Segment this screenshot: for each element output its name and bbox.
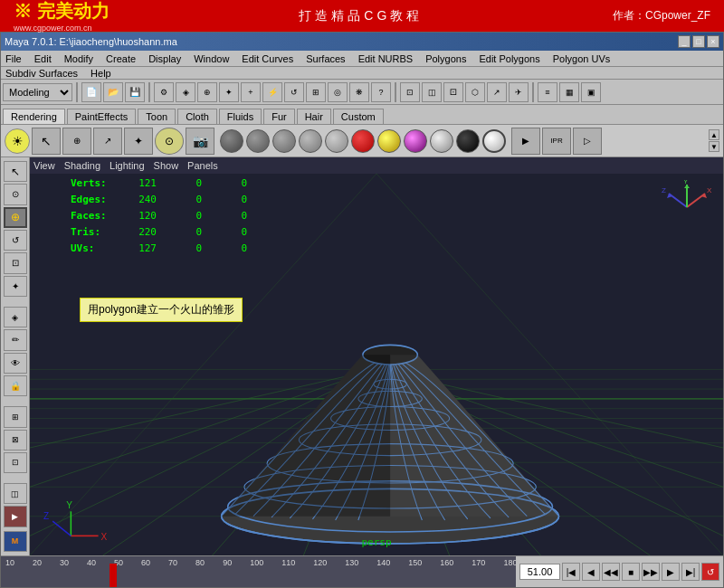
toolbar-btn-8[interactable]: ⊞ — [306, 82, 326, 102]
menu-display[interactable]: Display — [146, 52, 184, 65]
menu-polygons[interactable]: Polygons — [423, 52, 469, 65]
vp-menu-panels[interactable]: Panels — [187, 160, 218, 171]
shelf-tab-cloth[interactable]: Cloth — [177, 109, 217, 124]
ball-gray3[interactable] — [272, 129, 296, 153]
ball-white2[interactable] — [482, 129, 506, 153]
play-prev[interactable]: ◀ — [582, 563, 600, 581]
vp-menu-show[interactable]: Show — [154, 160, 179, 171]
toolbar-save[interactable]: 💾 — [125, 82, 145, 102]
tool-hide[interactable]: 🔒 — [4, 375, 27, 396]
toolbar-btn-4[interactable]: ✦ — [219, 82, 239, 102]
toolbar-btn-15[interactable]: ⬡ — [465, 82, 485, 102]
shelf-icon-render2[interactable]: ▷ — [573, 128, 602, 155]
shelf-tab-rendering[interactable]: Rendering — [3, 109, 65, 124]
toolbar-btn-3[interactable]: ⊕ — [197, 82, 217, 102]
tool-rotate[interactable]: ↺ — [4, 230, 27, 251]
shelf-tab-fluids[interactable]: Fluids — [219, 109, 262, 124]
shelf-tab-hair[interactable]: Hair — [297, 109, 331, 124]
shelf-scroll-down[interactable]: ▼ — [709, 141, 719, 152]
frame-input[interactable] — [519, 564, 560, 580]
shelf-icon-arrow[interactable]: ↗ — [93, 128, 122, 155]
shelf-scroll-up[interactable]: ▲ — [709, 129, 719, 140]
ball-gray1[interactable] — [220, 129, 243, 153]
tool-paint[interactable]: ✏ — [4, 329, 27, 350]
vp-menu-view[interactable]: View — [33, 160, 55, 171]
shelf-icon-camera[interactable]: 📷 — [186, 128, 214, 155]
toolbar-btn-6[interactable]: ⚡ — [262, 82, 282, 102]
tool-universal[interactable]: ✦ — [4, 276, 27, 297]
tool-maya-logo[interactable]: M — [4, 531, 27, 552]
play-end[interactable]: ▶| — [681, 563, 700, 581]
menu-subdiv[interactable]: Subdiv Surfaces — [3, 67, 81, 80]
toolbar-btn-7[interactable]: ↺ — [284, 82, 304, 102]
shelf-icon-star[interactable]: ✦ — [124, 128, 153, 155]
ball-purple[interactable] — [404, 129, 427, 153]
play-loop[interactable]: ↺ — [701, 563, 719, 581]
tool-snap[interactable]: ⊞ — [4, 406, 27, 427]
menu-help[interactable]: Help — [88, 67, 114, 80]
tool-cam[interactable]: ◫ — [4, 483, 27, 504]
vp-menu-lighting[interactable]: Lighting — [110, 160, 145, 171]
tool-snap2[interactable]: ⊠ — [4, 430, 27, 450]
toolbar-btn-13[interactable]: ◫ — [422, 82, 442, 102]
current-frame-marker[interactable] — [110, 564, 117, 587]
timeline-ruler[interactable]: 10 20 30 40 50 60 70 80 90 100 110 120 1… — [1, 556, 516, 587]
ball-white[interactable] — [430, 129, 453, 153]
menu-file[interactable]: File — [3, 52, 24, 65]
play-back[interactable]: ◀◀ — [602, 563, 620, 581]
shelf-tab-toon[interactable]: Toon — [138, 109, 176, 124]
maximize-button[interactable]: □ — [692, 35, 705, 48]
tool-soft-select[interactable]: ◈ — [4, 307, 27, 327]
toolbar-btn-18[interactable]: ≡ — [538, 82, 557, 102]
ball-yellow[interactable] — [377, 129, 401, 153]
shelf-icon-video[interactable]: ▶ — [511, 128, 540, 155]
tool-select[interactable]: ↖ — [4, 161, 27, 182]
menu-edit-nurbs[interactable]: Edit NURBS — [356, 52, 416, 65]
menu-create[interactable]: Create — [103, 52, 138, 65]
toolbar-btn-14[interactable]: ⚀ — [443, 82, 463, 102]
shelf-icon-ipr[interactable]: IPR — [542, 128, 571, 155]
minimize-button[interactable]: _ — [678, 35, 691, 48]
shelf-tab-painteffects[interactable]: PaintEffects — [67, 109, 137, 124]
close-button[interactable]: × — [707, 35, 719, 48]
shelf-icon-light[interactable]: ☀ — [5, 128, 30, 154]
menu-surfaces[interactable]: Surfaces — [303, 52, 348, 65]
toolbar-btn-5[interactable]: + — [241, 82, 261, 102]
menu-window[interactable]: Window — [191, 52, 232, 65]
toolbar-btn-1[interactable]: ⚙ — [154, 82, 174, 102]
menu-edit[interactable]: Edit — [32, 52, 54, 65]
toolbar-btn-17[interactable]: ✈ — [509, 82, 529, 102]
toolbar-new[interactable]: 📄 — [81, 82, 101, 102]
tool-lasso[interactable]: ⊙ — [4, 184, 27, 204]
ball-red[interactable] — [351, 129, 375, 153]
toolbar-btn-16[interactable]: ↗ — [487, 82, 507, 102]
toolbar-btn-20[interactable]: ▣ — [581, 82, 601, 102]
shelf-icon-select[interactable]: ↖ — [32, 128, 61, 155]
tool-render-icon[interactable]: ▶ — [4, 506, 27, 526]
toolbar-btn-9[interactable]: ◎ — [328, 82, 348, 102]
toolbar-btn-10[interactable]: ❋ — [349, 82, 369, 102]
shelf-icon-net[interactable]: ⊕ — [62, 128, 91, 155]
ball-gray5[interactable] — [325, 129, 348, 153]
menu-modify[interactable]: Modify — [62, 52, 96, 65]
menu-edit-curves[interactable]: Edit Curves — [239, 52, 296, 65]
play-next[interactable]: ▶ — [662, 563, 680, 581]
nav-cube[interactable]: X Z Y — [660, 180, 714, 234]
toolbar-btn-19[interactable]: ▦ — [559, 82, 579, 102]
play-stop[interactable]: ■ — [622, 563, 640, 581]
vp-menu-shading[interactable]: Shading — [64, 160, 100, 171]
shelf-icon-sun2[interactable]: ⊙ — [155, 128, 184, 155]
toolbar-btn-12[interactable]: ⊡ — [400, 82, 420, 102]
tool-snap3[interactable]: ⊡ — [4, 452, 27, 473]
ball-black[interactable] — [456, 129, 480, 153]
shelf-tab-custom[interactable]: Custom — [333, 109, 384, 124]
toolbar-btn-2[interactable]: ◈ — [176, 82, 195, 102]
viewport[interactable]: View Shading Lighting Show Panels — [30, 157, 723, 555]
shelf-tab-fur[interactable]: Fur — [263, 109, 295, 124]
menu-edit-polygons[interactable]: Edit Polygons — [476, 52, 542, 65]
play-start[interactable]: |◀ — [562, 563, 580, 581]
toolbar-open[interactable]: 📂 — [103, 82, 123, 102]
mode-dropdown[interactable]: Modeling Animation Rendering Dynamics — [3, 83, 72, 101]
toolbar-btn-11[interactable]: ? — [371, 82, 391, 102]
ball-gray4[interactable] — [299, 129, 322, 153]
